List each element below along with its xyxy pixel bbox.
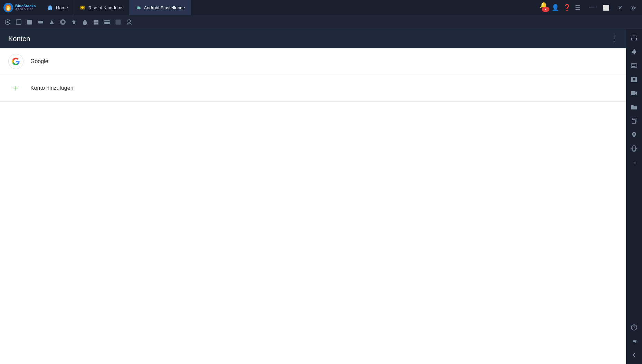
svg-rect-12 — [96, 20, 98, 22]
svg-rect-22 — [633, 65, 634, 65]
sidebar-folder-button[interactable] — [628, 101, 640, 113]
svg-rect-7 — [16, 20, 21, 25]
svg-rect-24 — [632, 66, 633, 67]
toolbar — [0, 15, 642, 29]
title-bar: BlueStacks 4.230.0.1103 Home Rise of Kin… — [0, 0, 642, 15]
toolbar-icon-9 — [93, 19, 99, 26]
add-account-item[interactable]: + Konto hinzufügen — [0, 75, 626, 102]
toolbar-btn-7[interactable] — [69, 17, 79, 27]
google-account-name: Google — [30, 58, 48, 65]
toolbar-btn-2[interactable] — [14, 17, 23, 27]
svg-rect-21 — [632, 65, 633, 65]
svg-rect-13 — [94, 22, 96, 25]
toolbar-icon-6 — [59, 19, 66, 26]
toolbar-btn-10[interactable] — [102, 17, 112, 27]
sidebar-more-button[interactable]: ··· — [628, 156, 640, 169]
toolbar-btn-5[interactable] — [47, 17, 57, 27]
menu-icon[interactable]: ☰ — [575, 4, 581, 11]
svg-point-3 — [7, 8, 9, 10]
toolbar-icon-4 — [38, 19, 44, 25]
more-dots-icon: ··· — [632, 159, 636, 166]
sidebar-shake-button[interactable] — [628, 142, 640, 155]
screenshot-icon — [631, 76, 638, 83]
svg-rect-20 — [631, 64, 637, 68]
svg-rect-15 — [104, 20, 110, 21]
svg-rect-17 — [104, 23, 110, 24]
add-icon: + — [8, 80, 23, 96]
maximize-button[interactable]: ⬜ — [600, 3, 612, 12]
page-title: Konten — [8, 35, 30, 43]
toolbar-btn-9[interactable] — [91, 17, 101, 27]
toolbar-icon-1 — [4, 19, 11, 26]
svg-rect-16 — [104, 22, 110, 23]
sidebar-toggle-button[interactable]: ≫ — [628, 3, 639, 12]
volume-icon — [631, 48, 638, 55]
right-sidebar: ··· — [626, 29, 642, 364]
toolbar-icon-10 — [104, 19, 111, 26]
account-icon[interactable]: 👤 — [552, 4, 559, 11]
sidebar-settings-button[interactable] — [628, 335, 640, 347]
more-options-button[interactable]: ⋮ — [610, 34, 618, 43]
app-version: 4.230.0.1103 — [15, 8, 36, 11]
svg-point-32 — [634, 329, 634, 329]
folder-icon — [631, 104, 638, 111]
record-icon — [631, 90, 638, 97]
tab-android-settings[interactable]: Android Einstellunge — [130, 0, 191, 15]
google-account-item[interactable]: Google — [0, 48, 626, 75]
toolbar-icon-5 — [49, 19, 55, 25]
toolbar-icon-7 — [70, 19, 77, 26]
google-g-icon — [12, 57, 20, 66]
sidebar-location-button[interactable] — [628, 128, 640, 141]
home-icon — [47, 4, 53, 11]
toolbar-btn-11[interactable] — [113, 17, 123, 27]
tab-rise-of-kingdoms[interactable]: Rise of Kingdoms — [74, 0, 130, 15]
title-bar-controls: 🔔 8 👤 ❓ ☰ — [534, 1, 586, 14]
svg-rect-26 — [631, 91, 635, 95]
sidebar-help-button[interactable] — [628, 321, 640, 334]
svg-rect-8 — [27, 20, 32, 25]
sidebar-back-button[interactable] — [628, 349, 640, 361]
copy-icon — [631, 117, 638, 124]
back-icon — [631, 352, 638, 358]
sidebar-screenshot-button[interactable] — [628, 73, 640, 86]
svg-rect-25 — [633, 66, 635, 67]
sidebar-copy-button[interactable] — [628, 115, 640, 127]
toolbar-btn-1[interactable] — [3, 17, 12, 27]
toolbar-btn-6[interactable] — [58, 17, 68, 27]
settings-icon — [135, 4, 141, 11]
page-header: Konten ⋮ — [0, 29, 626, 48]
close-button[interactable]: ✕ — [615, 3, 625, 12]
svg-rect-23 — [634, 65, 635, 65]
app-name-block: BlueStacks 4.230.0.1103 — [15, 4, 36, 11]
sidebar-expand-button[interactable] — [628, 32, 640, 44]
toolbar-btn-4[interactable] — [36, 17, 46, 27]
sidebar-macro-button[interactable] — [628, 59, 640, 72]
sidebar-record-button[interactable] — [628, 87, 640, 99]
notification-icon[interactable]: 🔔 8 — [540, 1, 547, 14]
notification-badge: 8 — [542, 7, 549, 12]
svg-point-19 — [128, 20, 131, 22]
toolbar-btn-3[interactable] — [25, 17, 35, 27]
tab-rise-label: Rise of Kingdoms — [88, 5, 124, 10]
toolbar-btn-8[interactable] — [80, 17, 90, 27]
toolbar-icon-2 — [16, 19, 21, 25]
google-logo — [8, 54, 23, 69]
svg-point-6 — [7, 21, 9, 23]
svg-rect-30 — [633, 150, 635, 151]
app-logo: BlueStacks 4.230.0.1103 — [0, 3, 41, 12]
toolbar-btn-12[interactable] — [124, 17, 134, 27]
sidebar-volume-button[interactable] — [628, 46, 640, 58]
shake-icon — [631, 145, 638, 152]
accounts-list: Google + Konto hinzufügen — [0, 48, 626, 364]
minimize-button[interactable]: — — [586, 3, 597, 12]
toolbar-icon-3 — [27, 19, 32, 25]
tab-bar: Home Rise of Kingdoms Android Einstellun… — [41, 0, 534, 15]
tab-settings-label: Android Einstellunge — [144, 5, 185, 10]
main-layout: Konten ⋮ Google — [0, 29, 642, 364]
help-icon[interactable]: ❓ — [563, 4, 571, 11]
location-icon — [631, 131, 638, 138]
tab-home[interactable]: Home — [41, 0, 74, 15]
expand-icon — [631, 35, 638, 41]
help-icon — [631, 324, 638, 331]
svg-rect-11 — [94, 20, 96, 22]
